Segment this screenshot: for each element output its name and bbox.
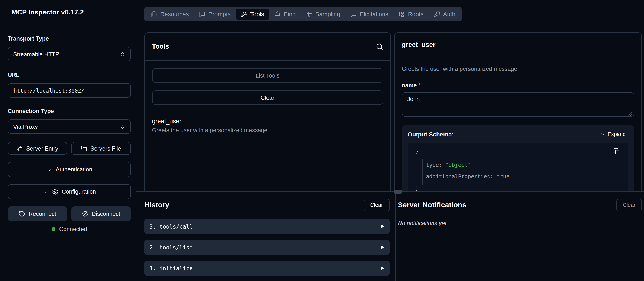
servers-file-button[interactable]: Servers File (71, 142, 131, 155)
list-tools-button[interactable]: List Tools (152, 68, 383, 83)
no-notifications-text: No notifications yet (398, 220, 642, 226)
rotate-ccw-icon (19, 211, 25, 217)
configuration-label: Configuration (62, 188, 96, 195)
search-button[interactable] (376, 43, 383, 50)
authentication-toggle[interactable]: Authentication (8, 162, 131, 177)
indent-guide (422, 159, 422, 185)
connection-status: Connected (8, 226, 131, 232)
sidebar: MCP Inspector v0.17.2 Transport Type Str… (0, 0, 136, 281)
connection-type-select[interactable]: Via Proxy (8, 119, 131, 134)
vertical-divider (395, 192, 395, 281)
top-pane: Tools List Tools Clear greet_user Greets… (136, 0, 644, 191)
code-line: } (408, 182, 628, 191)
history-row-label: 3. tools/call (150, 223, 193, 230)
servers-file-label: Servers File (90, 145, 121, 152)
tool-detail-description: Greets the user with a personalized mess… (402, 66, 634, 72)
app-title: MCP Inspector v0.17.2 (12, 9, 84, 16)
code-brace: { (415, 150, 418, 156)
history-row[interactable]: 3. tools/call (144, 219, 389, 234)
splitter-drag-handle[interactable] (394, 189, 402, 193)
sidebar-body: Transport Type Streamable HTTP URL Conne… (0, 25, 136, 232)
status-dot-icon (52, 227, 56, 231)
clear-tools-button[interactable]: Clear (152, 90, 383, 105)
chevron-right-icon (46, 166, 52, 172)
chevrons-up-down-icon (120, 124, 125, 129)
clear-history-button[interactable]: Clear (364, 199, 389, 211)
search-icon (376, 43, 383, 50)
tool-item-description: Greets the user with a personalized mess… (152, 127, 383, 133)
url-label: URL (8, 72, 131, 78)
sidebar-header: MCP Inspector v0.17.2 (0, 0, 136, 25)
code-brace: } (415, 185, 418, 191)
code-value: true (496, 173, 509, 179)
reconnect-label: Reconnect (28, 211, 56, 217)
refresh-off-icon (82, 211, 88, 217)
expand-arrow-icon (380, 245, 384, 249)
code-value: "object" (445, 162, 471, 168)
expand-schema-toggle[interactable]: Expand (597, 131, 628, 138)
gear-icon (52, 188, 58, 195)
code-key: additionalProperties: (426, 173, 493, 179)
server-entry-label: Server Entry (26, 145, 58, 152)
output-schema-heading: Output Schema: (408, 131, 454, 138)
tool-detail-body: Greets the user with a personalized mess… (394, 57, 642, 191)
code-key: type: (426, 162, 442, 168)
tools-panel-body: List Tools Clear greet_user Greets the u… (145, 61, 390, 133)
copy-schema-button[interactable] (613, 148, 620, 154)
expand-arrow-icon (380, 266, 384, 270)
reconnect-button[interactable]: Reconnect (8, 206, 67, 221)
tools-panel: Tools List Tools Clear greet_user Greets… (144, 33, 391, 191)
clear-notifications-button[interactable]: Clear (616, 199, 642, 211)
transport-type-value: Streamable HTTP (13, 51, 59, 57)
code-line: type: "object" (408, 159, 628, 171)
transport-type-label: Transport Type (8, 35, 131, 42)
param-name-input[interactable]: John (402, 92, 634, 117)
tool-detail-title: greet_user (402, 41, 436, 49)
tool-list-item[interactable]: greet_user Greets the user with a person… (152, 118, 383, 133)
mcp-inspector-window: MCP Inspector v0.17.2 Transport Type Str… (0, 0, 644, 281)
chevrons-up-down-icon (120, 51, 125, 57)
tool-item-name: greet_user (152, 118, 383, 125)
server-notifications-panel: Server Notifications Clear No notificati… (398, 192, 642, 226)
param-name-text: name (402, 82, 417, 89)
authentication-label: Authentication (56, 166, 92, 173)
history-row-label: 1. initialize (150, 265, 193, 271)
configuration-toggle[interactable]: Configuration (8, 184, 131, 199)
copy-icon (17, 145, 23, 151)
history-row[interactable]: 1. initialize (144, 260, 389, 276)
code-line: additionalProperties: true (408, 171, 628, 182)
history-list: 3. tools/call 2. tools/list 1. initializ… (144, 219, 389, 276)
tools-panel-header: Tools (145, 33, 390, 61)
disconnect-button[interactable]: Disconnect (71, 206, 131, 221)
url-input[interactable] (8, 83, 131, 98)
history-row[interactable]: 2. tools/list (144, 240, 389, 255)
connection-type-value: Via Proxy (13, 123, 38, 130)
chevron-right-icon (42, 189, 48, 195)
main-area: Resources Prompts Tools Ping Sampling El… (136, 0, 644, 281)
history-row-label: 2. tools/list (150, 244, 193, 250)
bottom-pane: History Clear 3. tools/call 2. tools/lis… (136, 192, 644, 281)
required-marker: * (418, 82, 421, 89)
tool-detail-panel: greet_user Greets the user with a person… (394, 33, 642, 191)
copy-icon (613, 148, 620, 154)
server-notifications-title: Server Notifications (398, 201, 466, 209)
chevron-down-icon (600, 132, 606, 137)
server-entry-button[interactable]: Server Entry (8, 142, 67, 155)
expand-label: Expand (608, 131, 626, 137)
history-title: History (144, 201, 169, 209)
expand-arrow-icon (380, 224, 384, 228)
tools-panel-title: Tools (152, 43, 169, 50)
connection-type-label: Connection Type (8, 108, 131, 114)
copy-icon (81, 145, 87, 151)
schema-code-block: { type: "object" additionalProperties: t… (408, 143, 628, 191)
code-line: { (408, 148, 628, 159)
transport-type-select[interactable]: Streamable HTTP (8, 47, 131, 61)
tool-detail-header: greet_user (394, 33, 642, 57)
output-schema-section: Output Schema: Expand { (402, 125, 634, 191)
status-text: Connected (59, 226, 87, 232)
disconnect-label: Disconnect (92, 211, 120, 217)
history-panel: History Clear 3. tools/call 2. tools/lis… (144, 192, 389, 281)
param-name-label: name* (402, 82, 634, 89)
